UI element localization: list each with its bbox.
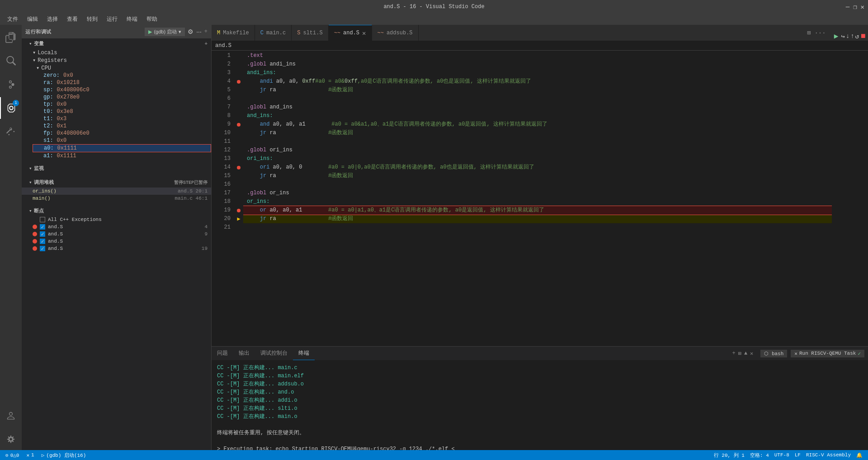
register-item-ra[interactable]: ra:0x10218: [33, 79, 211, 86]
register-item-t2[interactable]: t2:0x1: [33, 122, 211, 130]
debug-continue-icon[interactable]: ▶: [834, 32, 839, 41]
code-line-13[interactable]: ori_ins:: [243, 155, 832, 163]
explorer-activity-icon[interactable]: [0, 27, 22, 48]
variables-add-icon[interactable]: +: [204, 41, 208, 47]
scm-activity-icon[interactable]: [0, 74, 22, 95]
register-item-a1[interactable]: a1:0x1111: [33, 152, 211, 160]
bp-check-2[interactable]: ✓: [40, 231, 45, 237]
register-item-zero[interactable]: zero:0x0: [33, 72, 211, 79]
extensions-activity-icon[interactable]: [0, 121, 22, 142]
panel-close-icon[interactable]: ✕: [750, 350, 753, 357]
terminal-content[interactable]: CC -[M] 正在构建... main.cCC -[M] 正在构建... ma…: [212, 360, 868, 450]
register-item-fp[interactable]: fp:0x408006e0: [33, 130, 211, 137]
code-line-7[interactable]: .globl and_ins: [243, 103, 832, 112]
add-config-icon[interactable]: +: [204, 28, 208, 35]
breakpoint-item-3[interactable]: ✓and.S: [22, 238, 211, 245]
bp-check-1[interactable]: ✓: [40, 224, 45, 230]
split-terminal-icon[interactable]: ⊞: [738, 350, 741, 357]
panel-tab-debug-console[interactable]: 调试控制台: [255, 347, 293, 360]
panel-tab-output[interactable]: 输出: [233, 347, 255, 360]
code-line-18[interactable]: or_ins:: [243, 197, 832, 206]
search-activity-icon[interactable]: [0, 50, 22, 72]
code-area[interactable]: .text .globl andi_insandi_ins: andi a0, …: [243, 51, 832, 346]
register-item-s1[interactable]: s1:0x0: [33, 137, 211, 144]
new-terminal-icon[interactable]: +: [732, 350, 735, 357]
terminal-bash-tab[interactable]: ⬡ bash: [760, 350, 787, 357]
breakpoint-item-1[interactable]: ✓and.S4: [22, 223, 211, 230]
watch-section-header[interactable]: ▾ 监视: [22, 163, 211, 174]
settings-activity-icon[interactable]: [0, 428, 22, 450]
code-line-21[interactable]: [243, 223, 832, 232]
bp-check-3[interactable]: ✓: [40, 239, 45, 244]
menu-goto[interactable]: 转到: [83, 14, 101, 24]
code-line-14[interactable]: ori a0, a0, 0 #a0 = a0|0,a0是C语言调用者传递的参数,…: [243, 163, 832, 172]
debug-config-button[interactable]: ⚙: [188, 28, 193, 35]
status-notifications[interactable]: 🔔: [854, 452, 864, 459]
status-source-control[interactable]: ✕ 1: [24, 452, 36, 458]
breakpoint-item-4[interactable]: ✓and.S19: [22, 245, 211, 252]
tab-slti-s[interactable]: S slti.S: [292, 25, 328, 41]
code-line-16[interactable]: [243, 180, 832, 189]
code-line-11[interactable]: [243, 137, 832, 146]
debug-step-over-icon[interactable]: ↪: [841, 33, 844, 40]
breakpoints-section-header[interactable]: ▾ 断点: [22, 206, 211, 216]
code-line-15[interactable]: jr ra #函数返回: [243, 172, 832, 180]
status-language[interactable]: RISC-V Assembly: [804, 452, 853, 459]
register-item-t0[interactable]: t0:0x3e8: [33, 108, 211, 115]
tab-and-s[interactable]: ~~ and.S ✕: [329, 25, 372, 41]
menu-file[interactable]: 文件: [4, 14, 22, 24]
more-tabs-icon[interactable]: ···: [813, 28, 826, 38]
debug-step-into-icon[interactable]: ↓: [846, 33, 849, 40]
code-line-20[interactable]: jr ra #函数返回: [243, 215, 832, 223]
menu-select[interactable]: 选择: [43, 14, 61, 24]
menu-run[interactable]: 运行: [103, 14, 121, 24]
register-item-sp[interactable]: sp:0x408006c0: [33, 86, 211, 94]
callstack-item-1[interactable]: main()main.c 46:1: [22, 195, 211, 202]
code-line-17[interactable]: .globl or_ins: [243, 189, 832, 197]
code-line-2[interactable]: .globl andi_ins: [243, 60, 832, 69]
code-line-3[interactable]: andi_ins:: [243, 69, 832, 77]
code-line-9[interactable]: and a0, a0, a1 #a0 = a0&a1,a0、a1是C语言调用者传…: [243, 120, 832, 129]
register-item-t1[interactable]: t1:0x3: [33, 115, 211, 122]
run-debug-button[interactable]: ▶ (gdb) 启动 ▾: [145, 28, 185, 36]
tab-addsub-s[interactable]: ~~ addsub.S: [372, 25, 419, 41]
menu-view[interactable]: 查看: [63, 14, 81, 24]
tab-makefile[interactable]: M Makefile: [212, 25, 255, 41]
register-item-a0[interactable]: a0:0x1111: [33, 144, 211, 152]
breadcrumb-file[interactable]: and.S: [215, 42, 231, 49]
status-spaces[interactable]: 空格: 4: [748, 452, 771, 459]
menu-terminal[interactable]: 终端: [123, 14, 141, 24]
panel-maximize-icon[interactable]: ▲: [744, 350, 747, 357]
variables-section-header[interactable]: ▾ 变量 +: [22, 38, 211, 49]
tab-main-c[interactable]: C main.c: [255, 25, 292, 41]
registers-header[interactable]: ▾ Registers: [25, 56, 211, 64]
bp-check-0[interactable]: [40, 217, 45, 222]
status-line-ending[interactable]: LF: [793, 452, 802, 459]
menu-help[interactable]: 帮助: [143, 14, 161, 24]
account-activity-icon[interactable]: [0, 405, 22, 427]
panel-tab-problems[interactable]: 问题: [212, 347, 233, 360]
register-item-tp[interactable]: tp:0x0: [33, 101, 211, 108]
code-line-8[interactable]: and_ins:: [243, 112, 832, 120]
debug-step-out-icon[interactable]: ↑: [850, 33, 854, 40]
close-button[interactable]: ✕: [861, 3, 864, 11]
callstack-item-0[interactable]: or_ins()and.S 20:1: [22, 188, 211, 195]
code-line-12[interactable]: .globl ori_ins: [243, 146, 832, 155]
minimize-button[interactable]: —: [846, 3, 849, 11]
panel-tab-terminal[interactable]: 终端: [293, 347, 315, 360]
status-encoding[interactable]: UTF-8: [773, 452, 791, 459]
register-item-gp[interactable]: gp:0x278e0: [33, 94, 211, 101]
code-line-6[interactable]: [243, 94, 832, 103]
code-line-4[interactable]: andi a0, a0, 0xff #a0 = a0&0xff,a0是C语言调用…: [243, 77, 832, 86]
debug-activity-icon[interactable]: 1: [0, 97, 22, 119]
tab-and-s-close[interactable]: ✕: [362, 29, 366, 37]
code-line-10[interactable]: jr ra #函数返回: [243, 129, 832, 137]
status-debug-session[interactable]: ▷ (gdb) 启动(16): [40, 452, 88, 459]
breakpoint-item-2[interactable]: ✓and.S9: [22, 230, 211, 238]
status-debug-status[interactable]: ⊙ 0△0: [4, 452, 21, 458]
menu-edit[interactable]: 编辑: [24, 14, 42, 24]
code-line-19[interactable]: or a0, a0, a1 #a0 = a0|a1,a0、a1是C语言调用者传递…: [243, 206, 832, 215]
callstack-section-header[interactable]: ▾ 调用堆栈 暂停STEP已暂停: [22, 177, 211, 188]
maximize-button[interactable]: ❐: [853, 3, 857, 11]
code-line-1[interactable]: .text: [243, 52, 832, 60]
